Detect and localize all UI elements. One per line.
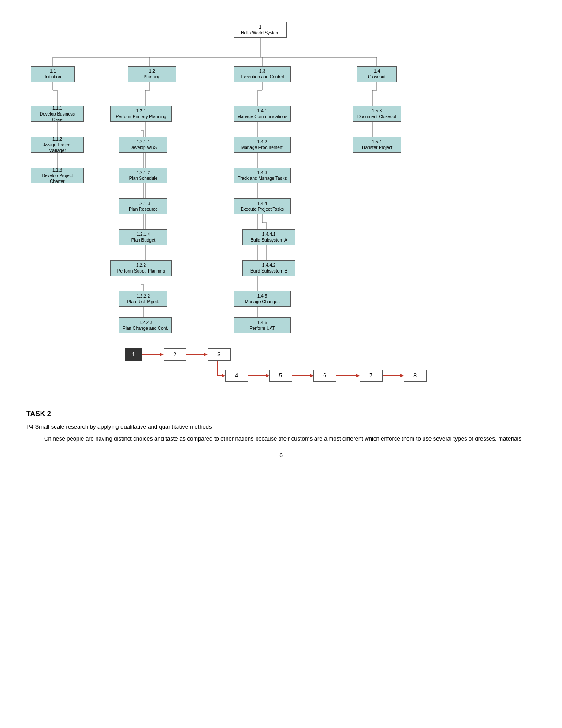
flow-node-5: 5 <box>269 370 292 382</box>
svg-marker-60 <box>356 374 360 377</box>
wbs-node-12: 1.2Planning <box>128 66 176 82</box>
flow-node-1: 1 <box>125 348 142 361</box>
wbs-node-146: 1.4.6Perform UAT <box>234 317 291 333</box>
svg-marker-49 <box>160 353 164 356</box>
wbs-diagram: 1 Hello World System 1.1Initiation 1.2Pl… <box>18 9 544 326</box>
svg-marker-58 <box>310 374 313 377</box>
wbs-node-11: 1.1Initiation <box>31 66 75 82</box>
wbs-node-112: 1.1.2Assign Project Manager <box>31 137 84 153</box>
wbs-node-1213: 1.2.1.3Plan Resource <box>119 198 167 214</box>
wbs-node-1214: 1.2.1.4Plan Budget <box>119 229 167 245</box>
flow-node-8: 8 <box>404 370 427 382</box>
wbs-node-root: 1 Hello World System <box>234 22 287 38</box>
svg-marker-51 <box>204 353 208 356</box>
wbs-node-113: 1.1.3Develop Project Charter <box>31 168 84 183</box>
flow-node-2: 2 <box>164 348 186 361</box>
wbs-node-143: 1.4.3Track and Manage Tasks <box>234 168 291 183</box>
wbs-node-111: 1.1.1Develop Business Case <box>31 106 84 122</box>
flow-node-7: 7 <box>360 370 383 382</box>
wbs-node-1442: 1.4.4.2Build Subsystem B <box>242 260 295 276</box>
task-title: TASK 2 <box>26 410 536 418</box>
wbs-node-13: 1.3Execution and Control <box>234 66 291 82</box>
wbs-node-153: 1.5.3Document Closeout <box>353 106 401 122</box>
task-body: Chinese people are having distinct choic… <box>26 434 536 444</box>
wbs-node-1211: 1.2.1.1Develop WBS <box>119 137 167 153</box>
wbs-node-1212: 1.2.1.2Plan Schedule <box>119 168 167 183</box>
wbs-node-142: 1.4.2Manage Procurement <box>234 137 291 153</box>
page-number: 6 <box>18 452 544 459</box>
wbs-node-145: 1.4.5Manage Changes <box>234 291 291 307</box>
svg-marker-56 <box>266 374 269 377</box>
wbs-node-141: 1.4.1Manage Communications <box>234 106 291 122</box>
wbs-node-1441: 1.4.4.1Build Subsystem A <box>242 229 295 245</box>
wbs-node-121: 1.2.1Perform Primary Planning <box>110 106 172 122</box>
flow-connectors <box>116 340 447 392</box>
flow-node-6: 6 <box>313 370 336 382</box>
wbs-node-1222: 1.2.2.2Plan Risk Mgmt. <box>119 291 167 307</box>
svg-marker-54 <box>222 374 225 377</box>
svg-marker-62 <box>400 374 404 377</box>
task-section: TASK 2 P4 Small scale research by applyi… <box>18 410 544 444</box>
flow-node-3: 3 <box>208 348 231 361</box>
wbs-node-122: 1.2.2Perform Suppl. Planning <box>110 260 172 276</box>
wbs-node-14: 1.4Closeout <box>357 66 397 82</box>
wbs-node-144: 1.4.4Execute Project Tasks <box>234 198 291 214</box>
wbs-node-154: 1.5.4Transfer Project <box>353 137 401 153</box>
wbs-node-1223: 1.2.2.3Plan Change and Conf. <box>119 317 172 333</box>
flow-node-4: 4 <box>225 370 248 382</box>
flow-diagram: 1 2 3 4 5 6 7 8 <box>116 340 447 392</box>
task-subtitle: P4 Small scale research by applying qual… <box>26 423 536 430</box>
